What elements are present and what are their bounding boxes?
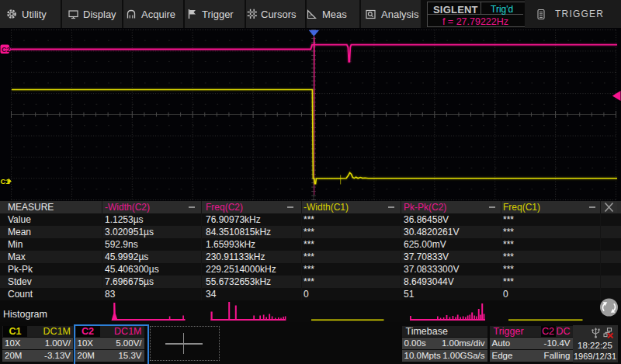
svg-text:C2: C2 — [2, 46, 11, 54]
